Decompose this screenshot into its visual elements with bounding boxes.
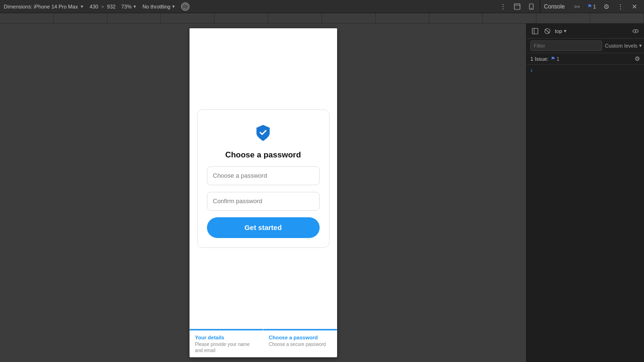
top-arrow: ▼ bbox=[563, 29, 567, 33]
ruler-seg-9 bbox=[429, 13, 483, 23]
top-selector[interactable]: top ▼ bbox=[555, 28, 567, 34]
svg-rect-5 bbox=[532, 28, 538, 34]
toolbar-left: Dimensions: iPhone 14 Pro Max ▼ 430 × 93… bbox=[0, 2, 494, 11]
settings-button[interactable]: ⚙ bbox=[601, 1, 612, 12]
ruler-seg-4 bbox=[161, 13, 215, 23]
svg-line-8 bbox=[545, 29, 549, 33]
issue-count-header: 1 bbox=[593, 4, 596, 9]
zoom-arrow: ▼ bbox=[132, 4, 137, 9]
step-1-name: Your details bbox=[195, 335, 258, 340]
height-value: 932 bbox=[107, 4, 116, 9]
step-2-name: Choose a password bbox=[269, 335, 331, 340]
console-label: Console bbox=[544, 3, 565, 10]
toolbar-right: ⋮ Console >> ⚑ 1 ⚙ ⋮ ✕ bbox=[494, 0, 644, 13]
block-icon[interactable] bbox=[543, 26, 552, 36]
issue-badge: ⚑ 1 bbox=[551, 56, 560, 62]
issue-badge-header[interactable]: ⚑ 1 bbox=[586, 3, 598, 9]
shield-icon bbox=[252, 121, 274, 144]
flag-icon-header: ⚑ bbox=[587, 3, 592, 9]
devtools-panel: top ▼ Custom levels ▼ 1 Issue: ⚑ bbox=[526, 24, 644, 362]
step-2-desc: Choose a secure password bbox=[269, 341, 331, 347]
custom-levels-arrow: ▼ bbox=[638, 43, 643, 48]
more-tabs-button[interactable]: >> bbox=[571, 1, 583, 12]
get-started-button[interactable]: Get started bbox=[207, 217, 320, 238]
device-selector[interactable]: Dimensions: iPhone 14 Pro Max ▼ bbox=[4, 4, 84, 9]
issues-settings-icon[interactable]: ⚙ bbox=[635, 55, 640, 62]
ruler-seg-2 bbox=[54, 13, 107, 23]
flag-icon: ⚑ bbox=[551, 56, 555, 62]
ruler-seg-8 bbox=[376, 13, 429, 23]
custom-levels-label: Custom levels bbox=[605, 43, 637, 49]
devtools-second-bar: top ▼ bbox=[527, 24, 644, 39]
toggle-device-button[interactable] bbox=[526, 1, 537, 12]
step-indicator: Your details Please provide your name an… bbox=[190, 329, 337, 357]
ruler-seg-5 bbox=[215, 13, 268, 23]
devtools-toolbar: Dimensions: iPhone 14 Pro Max ▼ 430 × 93… bbox=[0, 0, 644, 13]
svg-point-10 bbox=[635, 30, 636, 32]
step-choose-password: Choose a password Choose a secure passwo… bbox=[263, 329, 337, 357]
console-tab[interactable]: Console bbox=[540, 0, 569, 13]
custom-levels-button[interactable]: Custom levels ▼ bbox=[605, 43, 643, 49]
throttle-value: No throttling bbox=[142, 4, 170, 9]
ruler-seg-3 bbox=[107, 13, 161, 23]
filter-bar: Custom levels ▼ bbox=[527, 39, 644, 53]
ruler-seg-12 bbox=[590, 13, 644, 23]
phone-top-space bbox=[190, 28, 337, 109]
expand-section: › bbox=[527, 65, 644, 76]
ruler-seg-6 bbox=[268, 13, 322, 23]
visibility-icon[interactable] bbox=[631, 26, 640, 36]
dimension-separator: × bbox=[101, 4, 104, 9]
zoom-value: 73% bbox=[121, 4, 132, 9]
ruler-seg-1 bbox=[0, 13, 54, 23]
issues-bar: 1 Issue: ⚑ 1 ⚙ bbox=[527, 53, 644, 65]
issues-count: 1 bbox=[557, 56, 560, 62]
browser-area: Choose a password Get started Your detai… bbox=[0, 24, 526, 362]
step-your-details: Your details Please provide your name an… bbox=[190, 329, 264, 357]
password-input[interactable] bbox=[207, 166, 320, 185]
more-options-button[interactable]: ⋮ bbox=[497, 1, 509, 12]
phone-bottom-space bbox=[190, 248, 337, 329]
throttle-arrow: ▼ bbox=[171, 4, 175, 9]
zoom-selector[interactable]: 73% ▼ bbox=[121, 4, 137, 9]
device-arrow: ▼ bbox=[80, 4, 84, 9]
chevron-right-icon[interactable]: › bbox=[530, 66, 533, 74]
ruler-seg-11 bbox=[537, 13, 590, 23]
issues-label: 1 Issue: bbox=[530, 56, 549, 62]
no-sync-icon[interactable] bbox=[181, 2, 190, 11]
ruler-bar bbox=[0, 13, 644, 24]
top-label: top bbox=[555, 28, 562, 34]
device-label: Dimensions: iPhone 14 Pro Max bbox=[4, 4, 78, 9]
ruler-seg-10 bbox=[483, 13, 537, 23]
confirm-password-input[interactable] bbox=[207, 192, 320, 211]
step-1-desc: Please provide your name and email bbox=[195, 341, 258, 354]
main-area: Choose a password Get started Your detai… bbox=[0, 24, 644, 362]
ruler-seg-7 bbox=[322, 13, 376, 23]
phone-frame: Choose a password Get started Your detai… bbox=[190, 28, 337, 357]
panel-more-button[interactable]: ⋮ bbox=[615, 1, 626, 12]
close-devtools-button[interactable]: ✕ bbox=[629, 1, 640, 12]
filter-input[interactable] bbox=[530, 41, 602, 51]
password-card: Choose a password Get started bbox=[197, 109, 330, 248]
throttle-selector[interactable]: No throttling ▼ bbox=[142, 4, 175, 9]
svg-rect-1 bbox=[514, 4, 520, 9]
panel-layout-icon[interactable] bbox=[530, 26, 540, 36]
width-value: 430 bbox=[90, 4, 98, 9]
inspect-button[interactable] bbox=[512, 1, 523, 12]
card-title: Choose a password bbox=[225, 150, 301, 160]
